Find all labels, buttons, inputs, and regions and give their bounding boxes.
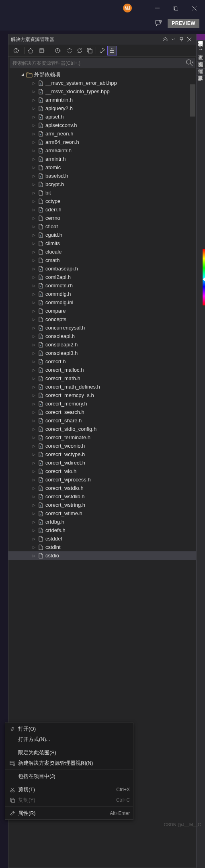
expand-caret-icon[interactable]: [31, 250, 37, 254]
tree-file-row[interactable]: hcommctrl.rh: [8, 281, 196, 290]
tree-file-row[interactable]: h__msvc_system_error_abi.hpp: [8, 79, 196, 87]
expand-caret-icon[interactable]: [31, 242, 37, 246]
expand-caret-icon[interactable]: [31, 520, 37, 524]
expand-caret-icon[interactable]: [31, 402, 37, 406]
expand-caret-icon[interactable]: [31, 106, 37, 111]
expand-caret-icon[interactable]: [31, 123, 37, 127]
expand-caret-icon[interactable]: [31, 233, 37, 237]
properties-button[interactable]: [97, 46, 107, 55]
tree-file-row[interactable]: harm64_neon.h: [8, 138, 196, 146]
tree-file-row[interactable]: hapiset.h: [8, 113, 196, 121]
expand-caret-icon[interactable]: [31, 292, 37, 296]
tree-file-row[interactable]: hcorecrt_wprocess.h: [8, 475, 196, 484]
expand-caret-icon[interactable]: [31, 554, 37, 558]
expand-caret-icon[interactable]: [31, 258, 37, 262]
maximize-button[interactable]: [166, 2, 185, 14]
expand-caret-icon[interactable]: [31, 469, 37, 473]
tree-file-row[interactable]: hcderr.h: [8, 205, 196, 214]
tree-file-row[interactable]: hcorecrt_wio.h: [8, 467, 196, 475]
tree-file-row[interactable]: cfloat: [8, 222, 196, 231]
tree-file-row[interactable]: hbcrypt.h: [8, 180, 196, 188]
expand-caret-icon[interactable]: [31, 157, 37, 161]
sidetab-git-changes[interactable]: Git 更改: [197, 41, 205, 55]
tree-file-row[interactable]: hcommdlg.h: [8, 290, 196, 298]
expand-caret-icon[interactable]: [31, 326, 37, 330]
scrollbar-thumb[interactable]: [190, 84, 195, 117]
tree-file-row[interactable]: hcoml2api.h: [8, 273, 196, 281]
tree-file-row[interactable]: hcorecrt_memcpy_s.h: [8, 391, 196, 399]
pending-changes-button[interactable]: [51, 46, 64, 55]
expand-caret-icon[interactable]: [31, 410, 37, 414]
expand-caret-icon[interactable]: [31, 166, 37, 170]
expand-caret-icon[interactable]: [31, 149, 37, 153]
expand-caret-icon[interactable]: [31, 452, 37, 457]
expand-caret-icon[interactable]: [31, 301, 37, 305]
tree-file-row[interactable]: cerrno: [8, 214, 196, 222]
tree-file-row[interactable]: hcorecrt_terminate.h: [8, 433, 196, 442]
panel-header[interactable]: 解决方案资源管理器: [8, 34, 196, 45]
context-menu-item[interactable]: 限定为此范围(S): [5, 747, 133, 758]
expand-caret-icon[interactable]: [31, 309, 37, 313]
tree-file-row[interactable]: h__msvc_xlocinfo_types.hpp: [8, 87, 196, 96]
sidetab-diagnostics[interactable]: 诊断工具: [197, 69, 205, 76]
expand-caret-icon[interactable]: [31, 393, 37, 397]
tree-file-row[interactable]: hconsoleapi.h: [8, 332, 196, 340]
tree-file-row[interactable]: hcombaseapi.h: [8, 264, 196, 273]
expand-caret-icon[interactable]: [31, 377, 37, 381]
sidetab-solution-explorer[interactable]: 解决方案资源管理器: [197, 34, 205, 41]
expand-caret-icon[interactable]: [31, 545, 37, 549]
panel-close-button[interactable]: [185, 35, 193, 43]
context-menu-item[interactable]: 打开方式(N)...: [5, 734, 133, 745]
tree-file-row[interactable]: hcguid.h: [8, 231, 196, 239]
context-menu-item[interactable]: 剪切(T)Ctrl+X: [5, 784, 133, 795]
expand-caret-icon[interactable]: [31, 191, 37, 195]
expand-caret-icon[interactable]: [31, 478, 37, 482]
expand-caret-icon[interactable]: [31, 115, 37, 119]
home-button[interactable]: [26, 46, 35, 55]
tree-file-row[interactable]: hconcurrencysal.h: [8, 323, 196, 332]
tree-file-row[interactable]: hcorecrt_memory.h: [8, 399, 196, 408]
expand-caret-icon[interactable]: [31, 284, 37, 288]
switch-views-button[interactable]: [36, 46, 49, 55]
tree-file-row[interactable]: hcorecrt_wstdlib.h: [8, 492, 196, 501]
tree-file-row[interactable]: hcorecrt_math_defines.h: [8, 383, 196, 391]
expand-caret-icon[interactable]: [31, 182, 37, 186]
sidetab-properties[interactable]: 属性: [197, 62, 205, 69]
tree-file-row[interactable]: hcorecrt_wconio.h: [8, 442, 196, 450]
tree-file-row[interactable]: hcorecrt_math.h: [8, 374, 196, 383]
expand-caret-icon[interactable]: [31, 90, 37, 94]
expand-caret-icon[interactable]: [31, 199, 37, 203]
expand-caret-icon[interactable]: [31, 503, 37, 507]
tree-file-row[interactable]: cctype: [8, 197, 196, 205]
back-button[interactable]: [10, 46, 23, 55]
expand-caret-icon[interactable]: [31, 486, 37, 490]
tree-file-row[interactable]: harm_neon.h: [8, 129, 196, 138]
tree-file-row[interactable]: concepts: [8, 315, 196, 323]
search-input[interactable]: [10, 60, 185, 66]
expand-caret-icon[interactable]: [31, 436, 37, 440]
expand-caret-icon[interactable]: [31, 267, 37, 271]
expand-caret-icon[interactable]: [31, 360, 37, 364]
tree-file-row[interactable]: hcorecrt_stdio_config.h: [8, 425, 196, 433]
expand-caret-icon[interactable]: [31, 98, 37, 102]
collapse-caret-icon[interactable]: [20, 73, 25, 76]
dropdown-button[interactable]: [169, 35, 177, 43]
tree-file-row[interactable]: hcorecrt_wctype.h: [8, 450, 196, 459]
expand-caret-icon[interactable]: [31, 427, 37, 431]
context-menu-item[interactable]: 新建解决方案资源管理器视图(N): [5, 758, 133, 768]
tree-folder-row[interactable]: 外部依赖项: [8, 70, 196, 79]
pin-button[interactable]: [177, 35, 185, 43]
tree-file-row[interactable]: hcorecrt_malloc.h: [8, 366, 196, 374]
close-button[interactable]: [185, 2, 203, 14]
tree-file-row[interactable]: hcorecrt_share.h: [8, 416, 196, 425]
expand-caret-icon[interactable]: [31, 132, 37, 136]
feedback-icon[interactable]: [155, 20, 162, 27]
expand-caret-icon[interactable]: [31, 528, 37, 532]
expand-caret-icon[interactable]: [31, 216, 37, 220]
expand-caret-icon[interactable]: [31, 343, 37, 347]
expand-caret-icon[interactable]: [31, 512, 37, 516]
expand-caret-icon[interactable]: [31, 444, 37, 448]
tree-file-row[interactable]: hcorecrt_wstring.h: [8, 501, 196, 509]
tree-file-row[interactable]: hconsoleapi2.h: [8, 340, 196, 349]
user-avatar[interactable]: MJ: [123, 4, 132, 12]
